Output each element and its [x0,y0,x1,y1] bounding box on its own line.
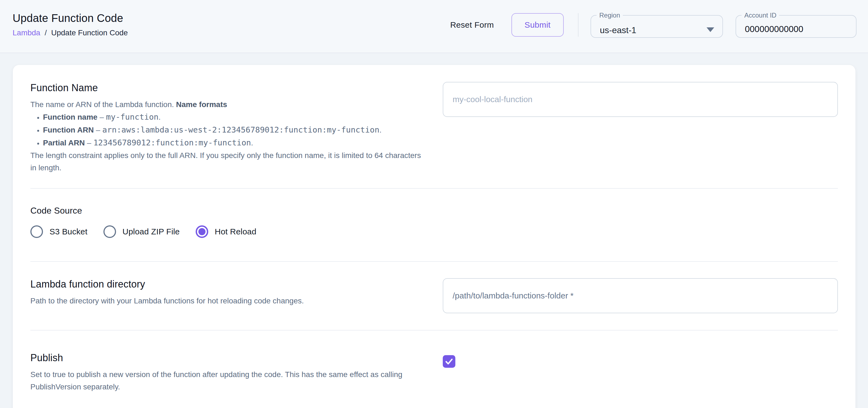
chevron-down-icon [707,27,714,32]
function-name-section: Function Name The name or ARN of the Lam… [30,65,838,188]
breadcrumb-separator: / [44,28,47,37]
region-select[interactable]: Region us-east-1 [591,12,723,38]
list-item: Function ARN – arn:aws:lambda:us-west-2:… [43,123,424,136]
breadcrumb-current: Update Function Code [51,28,128,37]
code-source-label: Code Source [30,205,838,216]
code-source-radio-group: S3 Bucket Upload ZIP File Hot Reload [30,225,838,238]
list-item: Partial ARN – 123456789012:function:my-f… [43,136,424,149]
region-label: Region [596,12,623,19]
radio-selected-icon [196,225,208,238]
radio-option-hot-reload[interactable]: Hot Reload [196,225,256,238]
check-icon [444,357,454,366]
publish-description: Set to true to publish a new version of … [30,368,424,393]
publish-section: Publish Set to true to publish a new ver… [30,330,838,408]
directory-description: Path to the directory with your Lambda f… [30,295,424,307]
radio-option-s3-bucket[interactable]: S3 Bucket [30,225,88,238]
radio-icon [30,225,43,238]
page-main: Function Name The name or ARN of the Lam… [0,53,868,408]
breadcrumb-link-lambda[interactable]: Lambda [12,28,40,37]
header-actions: Reset Form Submit Region us-east-1 Accou… [443,12,857,38]
code-source-section: Code Source S3 Bucket Upload ZIP File Ho… [30,189,838,261]
name-format-list: Function name – my-function. Function AR… [30,111,424,149]
radio-icon [103,225,116,238]
reset-form-button[interactable]: Reset Form [443,15,500,35]
list-item: Function name – my-function. [43,111,424,123]
form-card: Function Name The name or ARN of the Lam… [12,65,856,408]
function-name-input[interactable] [443,82,838,117]
page-title: Update Function Code [12,11,128,25]
account-id-label: Account ID [742,12,779,19]
breadcrumb: Lambda / Update Function Code [12,28,128,37]
publish-heading: Publish [30,352,424,364]
directory-heading: Lambda function directory [30,278,424,290]
function-name-heading: Function Name [30,82,424,94]
header-title-block: Update Function Code Lambda / Update Fun… [12,11,128,37]
account-id-fieldset: Account ID [736,12,857,38]
region-value: us-east-1 [600,25,636,35]
directory-input[interactable] [443,278,838,313]
page-header: Update Function Code Lambda / Update Fun… [0,0,868,53]
radio-option-upload-zip[interactable]: Upload ZIP File [103,225,180,238]
account-id-input[interactable] [745,24,838,34]
publish-checkbox[interactable] [443,355,455,368]
directory-section: Lambda function directory Path to the di… [30,262,838,330]
header-vertical-divider [578,13,579,37]
function-name-description: The name or ARN of the Lambda function. … [30,98,424,174]
submit-button[interactable]: Submit [512,13,564,37]
